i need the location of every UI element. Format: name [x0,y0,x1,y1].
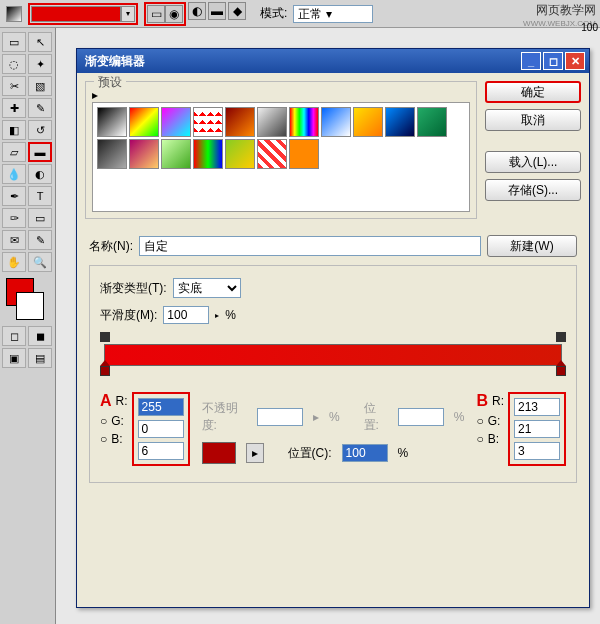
mode-a[interactable]: ▣ [2,348,26,368]
new-button[interactable]: 新建(W) [487,235,577,257]
rgb-group-a: AR: ○G: ○B: [100,392,128,446]
presets-menu-icon[interactable]: ▸ [92,88,470,102]
maximize-button[interactable]: ◻ [543,52,563,70]
position2-input[interactable] [342,444,388,462]
preset-item[interactable] [321,107,351,137]
b-r-input[interactable] [514,398,560,416]
mode-b[interactable]: ▤ [28,348,52,368]
tool-swatch [6,6,22,22]
smooth-input[interactable] [163,306,209,324]
gradient-bar[interactable] [104,344,562,366]
preset-item[interactable] [225,107,255,137]
color-stop-left[interactable] [100,366,110,380]
tool-palette: ▭↖ ◌✦ ✂▧ ✚✎ ◧↺ ▱▬ 💧◐ ✒T ✑▭ ✉✎ ✋🔍 ◻◼ ▣▤ [0,28,56,624]
preset-item[interactable] [289,107,319,137]
a-g-input[interactable] [138,420,184,438]
gradient-editor-dialog: 渐变编辑器 _ ◻ ✕ 预设 ▸ [76,48,590,608]
r-label: R: [116,394,128,408]
a-b-input[interactable] [138,442,184,460]
tool-zoom[interactable]: 🔍 [28,252,52,272]
preset-item[interactable] [257,107,287,137]
tool-heal[interactable]: ✚ [2,98,26,118]
preset-item[interactable] [193,107,223,137]
preset-item[interactable] [289,139,319,169]
preset-item[interactable] [257,139,287,169]
tool-pen[interactable]: ✑ [2,208,26,228]
ok-button[interactable]: 确定 [485,81,581,103]
color-chip[interactable] [202,442,236,464]
a-r-input[interactable] [138,398,184,416]
tool-slice[interactable]: ▧ [28,76,52,96]
preset-item[interactable] [129,107,159,137]
load-button[interactable]: 载入(L)... [485,151,581,173]
marker-a: A [100,392,112,410]
opacity-stop-right[interactable] [556,332,566,342]
dialog-title: 渐变编辑器 [81,53,521,70]
b-b-input[interactable] [514,442,560,460]
preset-item[interactable] [193,139,223,169]
name-input[interactable] [139,236,481,256]
screen-mode[interactable]: ◼ [28,326,52,346]
type-select[interactable]: 实底 [173,278,241,298]
b-g-input[interactable] [514,420,560,438]
gradient-diamond-icon[interactable]: ◆ [228,2,246,20]
gradient-preview-highlight: ▾ [28,3,138,25]
tool-dodge[interactable]: ◐ [28,164,52,184]
quick-mask[interactable]: ◻ [2,326,26,346]
tool-notes[interactable]: ✉ [2,230,26,250]
color-swatches [2,278,53,322]
gradient-linear-highlight: ▭ ◉ [144,2,186,26]
mode-select[interactable]: 正常 ▾ [293,5,373,23]
cancel-button[interactable]: 取消 [485,109,581,131]
background-color[interactable] [16,292,44,320]
position2-label: 位置(C): [288,445,332,462]
tool-eyedrop[interactable]: ✎ [28,230,52,250]
opacity-stop-left[interactable] [100,332,110,342]
preset-item[interactable] [225,139,255,169]
titlebar[interactable]: 渐变编辑器 _ ◻ ✕ [77,49,589,73]
gradient-preview[interactable] [31,6,121,22]
preset-item[interactable] [161,107,191,137]
minimize-button[interactable]: _ [521,52,541,70]
close-button[interactable]: ✕ [565,52,585,70]
tool-path[interactable]: ✒ [2,186,26,206]
color-stop-right[interactable] [556,366,566,380]
mode-label: 模式: [260,5,287,22]
tool-gradient[interactable]: ▬ [28,142,52,162]
gradient-radial-icon[interactable]: ◉ [165,5,183,23]
gradient-reflected-icon[interactable]: ▬ [208,2,226,20]
watermark-text: 网页教学网 [536,3,596,17]
tool-eraser[interactable]: ▱ [2,142,26,162]
tool-type[interactable]: T [28,186,52,206]
tool-history[interactable]: ↺ [28,120,52,140]
rgb-b-highlight [508,392,566,466]
tool-shape[interactable]: ▭ [28,208,52,228]
gradient-dropdown[interactable]: ▾ [121,6,135,22]
gradient-settings: 渐变类型(T): 实底 平滑度(M): ▸ % AR: [89,265,577,483]
save-button[interactable]: 存储(S)... [485,179,581,201]
tool-move[interactable]: ↖ [28,32,52,52]
tool-stamp[interactable]: ◧ [2,120,26,140]
tool-lasso[interactable]: ◌ [2,54,26,74]
rgb-group-b: BR: ○G: ○B: [476,392,504,446]
color-play-icon[interactable]: ▸ [246,443,264,463]
preset-item[interactable] [161,139,191,169]
tool-brush[interactable]: ✎ [28,98,52,118]
options-bar: ▾ ▭ ◉ ◐ ▬ ◆ 模式: 正常 ▾ 网页教学网 WWW.WEBJX.COM… [0,0,600,28]
name-label: 名称(N): [89,238,133,255]
mode-value: 正常 [298,7,322,21]
tool-crop[interactable]: ✂ [2,76,26,96]
tool-blur[interactable]: 💧 [2,164,26,184]
gradient-linear-icon[interactable]: ▭ [147,5,165,23]
gradient-angle-icon[interactable]: ◐ [188,2,206,20]
preset-item[interactable] [353,107,383,137]
tool-wand[interactable]: ✦ [28,54,52,74]
preset-item[interactable] [417,107,447,137]
tool-marquee[interactable]: ▭ [2,32,26,52]
tool-hand[interactable]: ✋ [2,252,26,272]
g-label-b: G: [488,414,501,428]
preset-item[interactable] [129,139,159,169]
preset-item[interactable] [97,139,127,169]
preset-item[interactable] [385,107,415,137]
preset-item[interactable] [97,107,127,137]
